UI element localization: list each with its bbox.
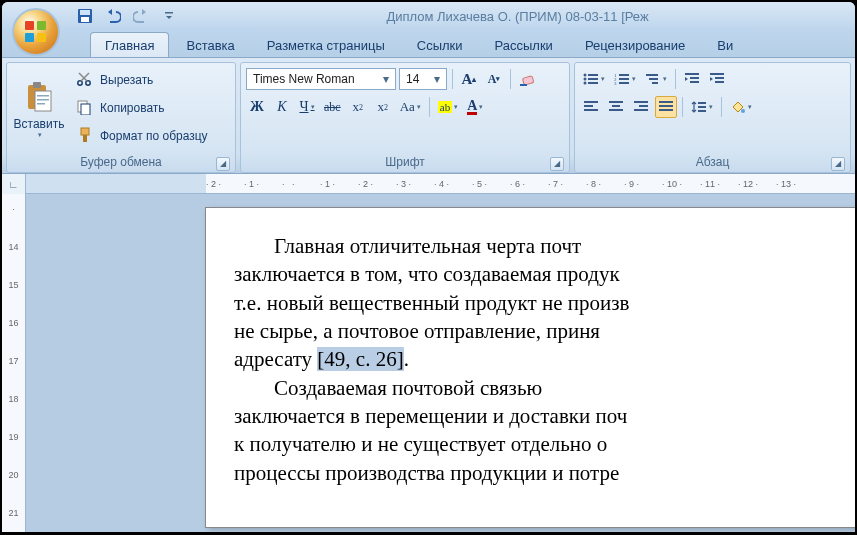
svg-rect-24 xyxy=(588,78,598,80)
highlight-button[interactable]: ab▾ xyxy=(435,96,461,118)
svg-rect-7 xyxy=(165,12,173,14)
svg-rect-49 xyxy=(639,105,648,107)
shading-button[interactable]: ▾ xyxy=(727,96,755,118)
justify-button[interactable] xyxy=(655,96,677,118)
svg-rect-44 xyxy=(584,109,598,111)
qat-undo-button[interactable] xyxy=(102,5,124,27)
ribbon: Вставить ▾ Вырезать Копировать xyxy=(2,58,855,174)
svg-rect-5 xyxy=(80,10,90,15)
tab-page-layout[interactable]: Разметка страницы xyxy=(252,32,400,57)
horizontal-ruler[interactable]: ∟ · 2 ·· 1 ·· ·· 1 ·· 2 ·· 3 ·· 4 ·· 5 ·… xyxy=(2,174,855,194)
bullets-button[interactable]: ▾ xyxy=(580,68,608,90)
svg-rect-18 xyxy=(81,128,89,135)
cut-button[interactable]: Вырезать xyxy=(72,66,232,94)
tab-selector[interactable]: ∟ xyxy=(2,174,26,194)
page[interactable]: Главная отличительная черта почт заключа… xyxy=(206,208,855,527)
word-window: Диплом Лихачева О. (ПРИМ) 08-03-11 [Реж … xyxy=(2,2,855,532)
copy-label: Копировать xyxy=(100,101,165,115)
subscript-button[interactable]: x2 xyxy=(347,96,369,118)
svg-rect-28 xyxy=(619,74,629,76)
clipboard-dialog-launcher[interactable]: ◢ xyxy=(216,157,230,171)
tab-review[interactable]: Рецензирование xyxy=(570,32,700,57)
tab-view[interactable]: Ви xyxy=(702,32,748,57)
svg-rect-26 xyxy=(588,82,598,84)
selected-text[interactable]: [49, с. 26] xyxy=(317,347,403,371)
qat-save-button[interactable] xyxy=(74,5,96,27)
qat-redo-button[interactable] xyxy=(130,5,152,27)
window-title: Диплом Лихачева О. (ПРИМ) 08-03-11 [Реж xyxy=(180,9,855,24)
svg-rect-17 xyxy=(81,104,90,115)
align-center-button[interactable] xyxy=(605,96,627,118)
clear-formatting-button[interactable] xyxy=(516,68,540,90)
svg-rect-35 xyxy=(652,82,658,84)
paragraph-dialog-launcher[interactable]: ◢ xyxy=(831,157,845,171)
svg-rect-6 xyxy=(81,17,89,22)
office-button[interactable] xyxy=(12,8,60,56)
align-left-icon xyxy=(584,101,598,113)
svg-rect-22 xyxy=(588,74,598,76)
quick-access-toolbar xyxy=(74,5,180,27)
title-bar: Диплом Лихачева О. (ПРИМ) 08-03-11 [Реж xyxy=(2,2,855,30)
svg-rect-55 xyxy=(698,106,706,108)
group-font: Times New Roman ▾ 14 ▾ A▴ A▾ xyxy=(240,62,570,173)
grow-font-button[interactable]: A▴ xyxy=(458,68,480,90)
tab-mailings[interactable]: Рассылки xyxy=(480,32,568,57)
tab-references[interactable]: Ссылки xyxy=(402,32,478,57)
document-text[interactable]: Главная отличительная черта почт заключа… xyxy=(234,232,855,487)
svg-rect-2 xyxy=(25,33,34,42)
line-spacing-button[interactable]: ▾ xyxy=(688,96,716,118)
italic-button[interactable]: К xyxy=(271,96,293,118)
font-dialog-launcher[interactable]: ◢ xyxy=(550,157,564,171)
group-clipboard-label: Буфер обмена ◢ xyxy=(10,154,232,172)
svg-rect-54 xyxy=(698,102,706,104)
qat-customize-button[interactable] xyxy=(158,5,180,27)
bold-button[interactable]: Ж xyxy=(246,96,268,118)
font-family-combo[interactable]: Times New Roman ▾ xyxy=(246,68,396,90)
svg-point-23 xyxy=(584,78,587,81)
decrease-indent-button[interactable] xyxy=(681,68,703,90)
svg-rect-45 xyxy=(609,101,623,103)
underline-button[interactable]: Ч▾ xyxy=(296,96,318,118)
svg-rect-9 xyxy=(33,82,41,88)
align-right-button[interactable] xyxy=(630,96,652,118)
indent-icon xyxy=(709,72,725,86)
svg-rect-51 xyxy=(659,101,673,103)
shrink-font-button[interactable]: A▾ xyxy=(483,68,505,90)
svg-rect-34 xyxy=(649,78,658,80)
vertical-ruler[interactable]: ·1415161718192021 xyxy=(2,194,26,532)
document-area[interactable]: Главная отличительная черта почт заключа… xyxy=(26,194,855,532)
strikethrough-button[interactable]: abc xyxy=(321,96,344,118)
numbering-button[interactable]: 123▾ xyxy=(611,68,639,90)
outdent-icon xyxy=(684,72,700,86)
group-paragraph-label: Абзац ◢ xyxy=(578,154,847,172)
multilevel-icon xyxy=(645,72,661,86)
svg-rect-33 xyxy=(646,74,658,76)
change-case-button[interactable]: Aa▾ xyxy=(397,96,424,118)
paste-label: Вставить xyxy=(14,117,65,131)
increase-indent-button[interactable] xyxy=(706,68,728,90)
font-family-value: Times New Roman xyxy=(253,72,355,86)
bucket-icon xyxy=(730,100,746,114)
font-size-value: 14 xyxy=(406,72,419,86)
font-color-button[interactable]: A▾ xyxy=(464,96,486,118)
align-left-button[interactable] xyxy=(580,96,602,118)
svg-rect-36 xyxy=(685,73,699,75)
svg-rect-1 xyxy=(37,21,46,30)
svg-rect-10 xyxy=(35,91,51,111)
svg-rect-0 xyxy=(25,21,34,30)
paste-button[interactable]: Вставить ▾ xyxy=(10,66,68,154)
copy-button[interactable]: Копировать xyxy=(72,94,232,122)
svg-rect-46 xyxy=(612,105,620,107)
svg-rect-52 xyxy=(659,105,673,107)
justify-icon xyxy=(659,101,673,113)
svg-rect-38 xyxy=(690,81,699,83)
superscript-button[interactable]: x2 xyxy=(372,96,394,118)
tab-home[interactable]: Главная xyxy=(90,32,169,57)
svg-point-25 xyxy=(584,82,587,85)
svg-rect-39 xyxy=(710,73,724,75)
tab-insert[interactable]: Вставка xyxy=(171,32,249,57)
multilevel-list-button[interactable]: ▾ xyxy=(642,68,670,90)
format-painter-button[interactable]: Формат по образцу xyxy=(72,122,232,150)
group-paragraph: ▾ 123▾ ▾ ▾ ▾ xyxy=(574,62,851,173)
font-size-combo[interactable]: 14 ▾ xyxy=(399,68,447,90)
